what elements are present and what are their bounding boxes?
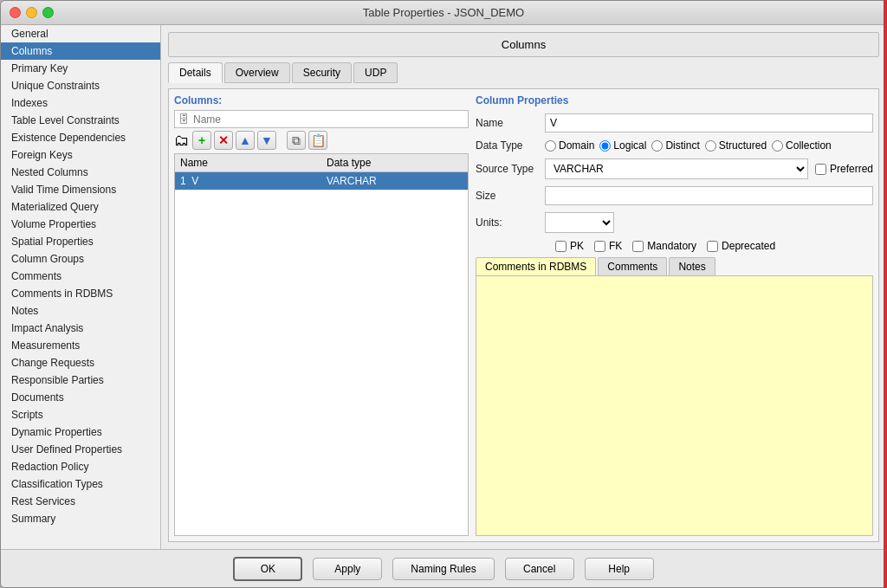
minimize-button[interactable] bbox=[26, 7, 37, 18]
move-up-button[interactable]: ▲ bbox=[236, 131, 255, 150]
deprecated-checkbox[interactable] bbox=[707, 241, 718, 252]
radio-collection[interactable]: Collection bbox=[772, 139, 832, 152]
radio-collection-input[interactable] bbox=[772, 140, 783, 152]
inner-tab-comments-rdbms[interactable]: Comments in RDBMS bbox=[476, 257, 596, 275]
sidebar-item-documents[interactable]: Documents bbox=[1, 389, 160, 406]
add-column-button[interactable]: + bbox=[192, 131, 211, 150]
inner-tab-notes[interactable]: Notes bbox=[669, 257, 715, 275]
delete-column-button[interactable]: ✕ bbox=[214, 131, 233, 150]
fk-label: FK bbox=[609, 240, 622, 252]
radio-distinct[interactable]: Distinct bbox=[651, 139, 699, 152]
sidebar-item-user-defined-properties[interactable]: User Defined Properties bbox=[1, 441, 160, 458]
sidebar-item-column-groups[interactable]: Column Groups bbox=[1, 250, 160, 268]
datatype-radio-group: Domain Logical Distinct bbox=[545, 139, 873, 152]
columns-list: Columns: 🗄 🗂 + bbox=[174, 94, 469, 536]
column-search-input[interactable] bbox=[193, 113, 464, 126]
sidebar-item-measurements[interactable]: Measurements bbox=[1, 337, 160, 354]
sidebar-item-table-level-constraints[interactable]: Table Level Constraints bbox=[1, 112, 160, 129]
sidebar-item-responsible-parties[interactable]: Responsible Parties bbox=[1, 372, 160, 389]
move-down-button[interactable]: ▼ bbox=[257, 131, 276, 150]
sidebar-item-spatial-properties[interactable]: Spatial Properties bbox=[1, 233, 160, 250]
preferred-checkbox[interactable] bbox=[815, 164, 826, 175]
mandatory-checkbox[interactable] bbox=[632, 241, 644, 252]
paste-button[interactable]: 📋 bbox=[308, 131, 327, 150]
tab-overview[interactable]: Overview bbox=[224, 62, 290, 83]
main-content: General Columns Primary Key Unique Const… bbox=[1, 25, 886, 549]
right-panel: Columns Details Overview Security UDP Co… bbox=[161, 25, 886, 549]
deprecated-checkbox-label[interactable]: Deprecated bbox=[707, 240, 775, 252]
sidebar-item-valid-time-dimensions[interactable]: Valid Time Dimensions bbox=[1, 181, 160, 198]
plus-icon: + bbox=[198, 133, 205, 147]
sidebar-item-impact-analysis[interactable]: Impact Analysis bbox=[1, 320, 160, 337]
sidebar-item-columns[interactable]: Columns bbox=[1, 42, 160, 60]
sidebar-item-primary-key[interactable]: Primary Key bbox=[1, 60, 160, 77]
radio-collection-label: Collection bbox=[786, 139, 832, 152]
size-field[interactable] bbox=[545, 186, 873, 205]
down-arrow-icon: ▼ bbox=[261, 133, 273, 147]
sidebar-item-volume-properties[interactable]: Volume Properties bbox=[1, 216, 160, 233]
sidebar-item-unique-constraints[interactable]: Unique Constraints bbox=[1, 77, 160, 94]
tab-security[interactable]: Security bbox=[292, 62, 352, 83]
sidebar-item-scripts[interactable]: Scripts bbox=[1, 406, 160, 423]
help-button[interactable]: Help bbox=[585, 558, 654, 580]
radio-domain-label: Domain bbox=[559, 139, 594, 152]
apply-button[interactable]: Apply bbox=[313, 558, 382, 580]
inner-tab-comments[interactable]: Comments bbox=[598, 257, 667, 275]
table-row[interactable]: 1 V VARCHAR bbox=[175, 172, 468, 191]
radio-logical[interactable]: Logical bbox=[599, 139, 646, 152]
sidebar-item-existence-dependencies[interactable]: Existence Dependencies bbox=[1, 129, 160, 146]
sidebar-item-rest-services[interactable]: Rest Services bbox=[1, 493, 160, 510]
column-properties-label: Column Properties bbox=[476, 94, 873, 107]
sidebar-item-change-requests[interactable]: Change Requests bbox=[1, 354, 160, 372]
radio-structured-input[interactable] bbox=[705, 140, 716, 152]
source-type-select[interactable]: VARCHAR bbox=[545, 158, 808, 179]
tab-udp[interactable]: UDP bbox=[353, 62, 398, 83]
pk-checkbox-label[interactable]: PK bbox=[555, 240, 584, 252]
pk-checkbox[interactable] bbox=[555, 241, 567, 252]
sidebar-item-indexes[interactable]: Indexes bbox=[1, 94, 160, 112]
fk-checkbox-label[interactable]: FK bbox=[594, 240, 622, 252]
naming-rules-button[interactable]: Naming Rules bbox=[392, 558, 494, 580]
sidebar-item-redaction-policy[interactable]: Redaction Policy bbox=[1, 458, 160, 475]
units-select-container bbox=[545, 212, 614, 233]
units-select[interactable] bbox=[545, 212, 614, 233]
comments-rdbms-textarea[interactable] bbox=[476, 276, 873, 536]
sidebar-item-foreign-keys[interactable]: Foreign Keys bbox=[1, 146, 160, 164]
radio-structured[interactable]: Structured bbox=[705, 139, 767, 152]
fk-checkbox[interactable] bbox=[594, 241, 605, 252]
deprecated-label: Deprecated bbox=[722, 240, 775, 252]
radio-domain-input[interactable] bbox=[545, 140, 556, 152]
close-button[interactable] bbox=[10, 7, 21, 18]
col-header-name: Name bbox=[175, 154, 321, 172]
tab-details[interactable]: Details bbox=[168, 62, 223, 83]
sidebar-item-summary[interactable]: Summary bbox=[1, 510, 160, 527]
mandatory-checkbox-label[interactable]: Mandatory bbox=[632, 240, 696, 252]
pk-label: PK bbox=[570, 240, 584, 252]
sidebar-item-materialized-query[interactable]: Materialized Query bbox=[1, 198, 160, 216]
units-label: Units: bbox=[476, 216, 545, 229]
radio-distinct-input[interactable] bbox=[651, 140, 663, 152]
row-datatype: VARCHAR bbox=[321, 172, 468, 191]
cancel-button[interactable]: Cancel bbox=[505, 558, 574, 580]
preferred-checkbox-label[interactable]: Preferred bbox=[815, 163, 873, 175]
sidebar-item-comments[interactable]: Comments bbox=[1, 268, 160, 285]
sidebar-item-classification-types[interactable]: Classification Types bbox=[1, 475, 160, 493]
vertical-indicator-bar bbox=[884, 25, 886, 549]
name-field[interactable] bbox=[545, 113, 873, 132]
db-icon: 🗄 bbox=[178, 113, 190, 126]
radio-distinct-label: Distinct bbox=[665, 139, 699, 152]
radio-domain[interactable]: Domain bbox=[545, 139, 594, 152]
sidebar-item-general[interactable]: General bbox=[1, 25, 160, 42]
sidebar-item-notes[interactable]: Notes bbox=[1, 302, 160, 320]
radio-logical-input[interactable] bbox=[599, 140, 611, 152]
mandatory-label: Mandatory bbox=[647, 240, 696, 252]
sidebar-item-nested-columns[interactable]: Nested Columns bbox=[1, 164, 160, 181]
maximize-button[interactable] bbox=[42, 7, 54, 18]
sidebar: General Columns Primary Key Unique Const… bbox=[1, 25, 161, 549]
datatype-row: Data Type Domain Logical bbox=[476, 139, 873, 152]
row-num-name: 1 V bbox=[175, 172, 321, 191]
copy-button[interactable]: ⧉ bbox=[287, 131, 306, 150]
sidebar-item-comments-in-rdbms[interactable]: Comments in RDBMS bbox=[1, 285, 160, 302]
ok-button[interactable]: OK bbox=[233, 557, 302, 581]
sidebar-item-dynamic-properties[interactable]: Dynamic Properties bbox=[1, 423, 160, 441]
